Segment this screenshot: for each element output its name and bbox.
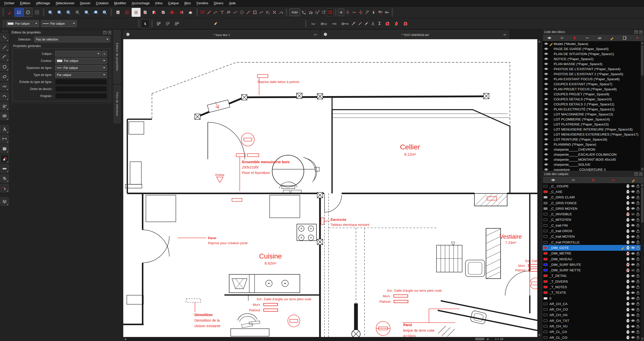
menu-bloc[interactable]: Bloc — [182, 1, 194, 6]
blocks-rename-ab-button[interactable]: a|b — [594, 35, 606, 41]
toolbar-grip[interactable] — [305, 20, 307, 27]
vector-absolute-button[interactable] — [350, 20, 357, 27]
lock-icon[interactable] — [635, 290, 640, 295]
layer-row[interactable]: _T_TEXTE — [543, 290, 644, 295]
lock-icon[interactable] — [635, 201, 640, 205]
print-icon[interactable] — [625, 279, 630, 284]
grid-display-button[interactable] — [32, 8, 42, 17]
block-row[interactable]: NOTICE (*Paper_Space2) — [543, 56, 644, 61]
zoom-selected-button[interactable] — [73, 8, 82, 17]
lock-icon[interactable] — [635, 324, 640, 329]
layer-row[interactable]: _DIM_SURF NETTE — [543, 267, 644, 273]
visibility-eye-icon[interactable] — [544, 122, 549, 126]
vector-relative-button[interactable] — [357, 20, 363, 27]
print-icon[interactable] — [625, 296, 630, 301]
pin-icon[interactable]: 📌 — [313, 33, 317, 37]
text-tool[interactable]: A — [0, 125, 9, 134]
snap-segment-button[interactable] — [212, 9, 219, 16]
block-row[interactable]: PHOTOS DE L'EXISTANT (*Paper_Space4) — [543, 66, 644, 71]
select-crossing-button[interactable] — [163, 19, 172, 28]
property-input[interactable] — [55, 93, 107, 99]
layer-color-swatch[interactable] — [544, 241, 547, 243]
visibility-eye-icon[interactable] — [544, 132, 549, 137]
lock-icon[interactable] — [635, 251, 640, 256]
coord-xy-button[interactable]: x,y — [308, 19, 318, 28]
lock-icon[interactable] — [635, 245, 640, 250]
menu-aide[interactable]: Aide — [226, 1, 238, 6]
block-row[interactable]: COUPES EXISTANT (*Paper_Space7) — [543, 81, 644, 87]
layer-color-swatch[interactable] — [544, 336, 547, 339]
visibility-eye-icon[interactable] — [544, 97, 549, 101]
print-icon[interactable] — [625, 324, 630, 329]
menu-fenetre[interactable]: Fenêtre — [194, 1, 211, 6]
block-row[interactable]: LOT PLOMBERIE (*Paper_Space14) — [543, 117, 644, 122]
layer-row[interactable]: _DIM_NIVEAU — [543, 256, 644, 262]
block-row[interactable]: PLAN MASSE (*Paper_Space3) — [543, 61, 644, 66]
layer-color-swatch[interactable] — [544, 207, 547, 210]
visibility-eye-icon[interactable] — [544, 62, 549, 66]
block-row[interactable]: COUPES DETAILS (*Paper_Space10) — [543, 97, 644, 102]
boolean-tool[interactable] — [0, 174, 9, 183]
menu-selectionner[interactable]: Sélectionner — [53, 1, 77, 6]
print-icon[interactable] — [625, 206, 630, 211]
print-icon[interactable] — [625, 218, 630, 222]
lock-icon[interactable] — [635, 279, 640, 284]
layers-edit-pencil-button[interactable] — [624, 177, 643, 183]
visibility-eye-icon[interactable] — [544, 117, 549, 121]
menu-infos[interactable]: Infos — [152, 1, 165, 6]
snap-flag-button[interactable] — [245, 9, 252, 16]
circle-tool[interactable] — [0, 63, 9, 71]
print-icon[interactable] — [625, 240, 630, 244]
block-row[interactable]: PLAN DE SITUATION (*Paper_Space1) — [543, 51, 644, 56]
selection-combo[interactable]: Pas de sélection — [34, 36, 110, 42]
blocks-show-eye-button[interactable] — [543, 35, 555, 41]
lock-icon[interactable] — [635, 262, 640, 267]
block-row[interactable]: LOT PLATRERIE (*Paper_Space15) — [543, 122, 644, 127]
print-area-red-button[interactable] — [123, 8, 132, 17]
lock-icon[interactable] — [635, 206, 640, 211]
canvas-vertical-scrollbar[interactable]: ▲ ▼ — [537, 39, 541, 337]
layers-show-eye-button[interactable] — [543, 177, 563, 183]
block-row[interactable]: COUPES PROJET (*Paper_Space9) — [543, 92, 644, 97]
menu-modifier[interactable]: Modifier — [111, 1, 129, 6]
circle-overlay-button[interactable] — [23, 8, 32, 17]
auto-snap-button[interactable]: Auto — [289, 9, 300, 16]
snap-endpoint-button[interactable] — [206, 9, 212, 16]
snap-grid-button[interactable] — [199, 9, 206, 16]
layer-color-swatch[interactable] — [544, 219, 547, 221]
visibility-eye-icon[interactable] — [544, 167, 549, 171]
side-tab-selection-filter[interactable]: Filtre de sélection — [114, 85, 120, 123]
print-icon[interactable] — [625, 184, 630, 188]
print-icon[interactable] — [625, 268, 630, 273]
menu-divers[interactable]: Divers — [211, 1, 226, 6]
lock-icon[interactable] — [635, 335, 640, 340]
visibility-eye-icon[interactable] — [544, 52, 549, 56]
select-window-button[interactable] — [154, 19, 163, 28]
layer-row[interactable]: AR_CH_CA — [543, 301, 644, 307]
visibility-eye-icon[interactable] — [544, 137, 549, 142]
menu-accrochage[interactable]: Accrochage — [129, 1, 152, 6]
scroll-down-icon[interactable]: ▼ — [641, 167, 644, 170]
ruler-tool[interactable] — [0, 164, 9, 173]
property-combo[interactable]: Par calque — [55, 72, 107, 78]
layer-row[interactable]: _T_NOTES — [543, 284, 644, 290]
property-input[interactable] — [55, 86, 107, 92]
lock-icon[interactable] — [635, 195, 640, 200]
layer-row[interactable]: _T_DIVERS — [543, 279, 644, 284]
layer-color-swatch[interactable] — [544, 224, 547, 227]
visibility-eye-icon[interactable] — [630, 268, 635, 273]
print-icon[interactable] — [625, 201, 630, 205]
scroll-left-icon[interactable]: ◄ — [124, 337, 127, 340]
block-row[interactable]: LOT MENUISERIES EXTERIEURES (*Paper_Spac… — [543, 132, 644, 137]
scroll-up-icon[interactable]: ▲ — [641, 41, 644, 45]
coord-at-xy-button[interactable]: @x,y — [318, 19, 329, 28]
print-icon[interactable] — [625, 274, 630, 278]
track-both-button[interactable] — [357, 9, 364, 16]
visibility-eye-icon[interactable] — [630, 335, 635, 340]
snap-center-button[interactable] — [238, 9, 245, 16]
ref-point-1-button[interactable]: 12 — [314, 9, 320, 16]
layer-color-swatch[interactable] — [544, 230, 547, 232]
menu-edition[interactable]: Édition — [17, 1, 33, 6]
lock-icon[interactable] — [635, 234, 640, 239]
toolbar-grip[interactable] — [196, 9, 198, 16]
